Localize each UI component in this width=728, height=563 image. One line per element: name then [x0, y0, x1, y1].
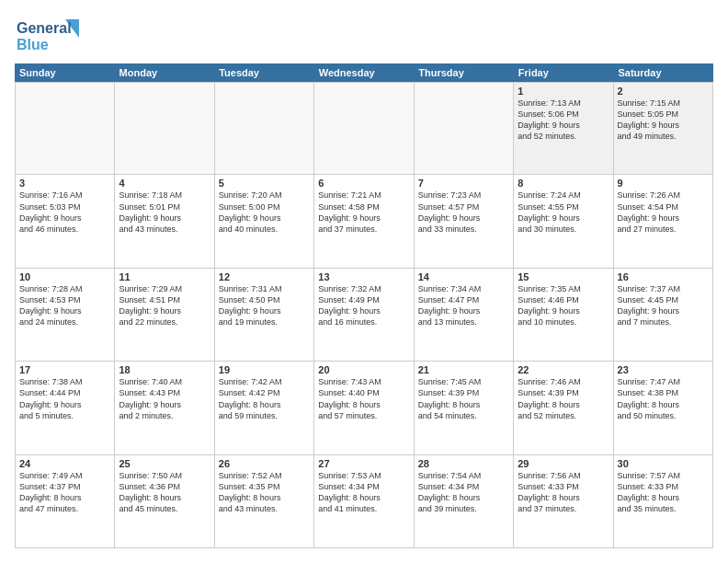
day-number: 21	[418, 364, 509, 375]
day-info: Sunrise: 7:42 AM Sunset: 4:42 PM Dayligh…	[219, 376, 310, 421]
day-info: Sunrise: 7:53 AM Sunset: 4:34 PM Dayligh…	[318, 470, 409, 515]
calendar-cell: 8Sunrise: 7:24 AM Sunset: 4:55 PM Daylig…	[514, 175, 613, 268]
weekday-header: Sunday	[15, 63, 115, 82]
day-number: 14	[418, 271, 509, 282]
day-info: Sunrise: 7:24 AM Sunset: 4:55 PM Dayligh…	[518, 190, 609, 235]
day-info: Sunrise: 7:28 AM Sunset: 4:53 PM Dayligh…	[19, 283, 110, 328]
day-number: 10	[19, 271, 110, 282]
svg-text:Blue: Blue	[17, 37, 49, 52]
calendar-cell	[314, 82, 414, 175]
calendar-cell: 30Sunrise: 7:57 AM Sunset: 4:33 PM Dayli…	[614, 455, 713, 548]
calendar-cell: 27Sunrise: 7:53 AM Sunset: 4:34 PM Dayli…	[314, 455, 414, 548]
calendar-cell: 4Sunrise: 7:18 AM Sunset: 5:01 PM Daylig…	[115, 175, 214, 268]
weekday-header: Thursday	[414, 63, 514, 82]
day-number: 2	[618, 86, 709, 97]
calendar-cell: 21Sunrise: 7:45 AM Sunset: 4:39 PM Dayli…	[415, 362, 514, 454]
calendar-cell: 22Sunrise: 7:46 AM Sunset: 4:39 PM Dayli…	[514, 362, 613, 454]
weekday-header: Tuesday	[214, 63, 314, 82]
calendar: SundayMondayTuesdayWednesdayThursdayFrid…	[15, 63, 713, 548]
day-info: Sunrise: 7:21 AM Sunset: 4:58 PM Dayligh…	[318, 190, 409, 235]
day-number: 26	[219, 458, 310, 469]
day-number: 1	[518, 86, 609, 97]
day-info: Sunrise: 7:47 AM Sunset: 4:38 PM Dayligh…	[618, 376, 709, 421]
calendar-row: 1Sunrise: 7:13 AM Sunset: 5:06 PM Daylig…	[15, 82, 713, 175]
day-number: 22	[518, 364, 609, 375]
calendar-cell	[415, 82, 514, 175]
calendar-cell: 25Sunrise: 7:50 AM Sunset: 4:36 PM Dayli…	[115, 455, 214, 548]
calendar-cell: 13Sunrise: 7:32 AM Sunset: 4:49 PM Dayli…	[314, 269, 414, 362]
day-number: 29	[518, 458, 609, 469]
day-number: 27	[318, 458, 409, 469]
day-number: 20	[318, 364, 409, 375]
calendar-cell: 7Sunrise: 7:23 AM Sunset: 4:57 PM Daylig…	[415, 175, 514, 268]
calendar-cell: 10Sunrise: 7:28 AM Sunset: 4:53 PM Dayli…	[16, 269, 115, 362]
day-number: 18	[119, 364, 210, 375]
day-info: Sunrise: 7:13 AM Sunset: 5:06 PM Dayligh…	[518, 98, 609, 143]
weekday-header: Saturday	[613, 63, 713, 82]
calendar-cell: 5Sunrise: 7:20 AM Sunset: 5:00 PM Daylig…	[215, 175, 314, 268]
day-info: Sunrise: 7:18 AM Sunset: 5:01 PM Dayligh…	[119, 190, 210, 235]
day-info: Sunrise: 7:29 AM Sunset: 4:51 PM Dayligh…	[119, 283, 210, 328]
calendar-cell: 17Sunrise: 7:38 AM Sunset: 4:44 PM Dayli…	[16, 362, 115, 454]
calendar-cell: 6Sunrise: 7:21 AM Sunset: 4:58 PM Daylig…	[314, 175, 414, 268]
svg-text:General: General	[17, 20, 72, 36]
page-header: GeneralBlue	[15, 15, 713, 56]
day-info: Sunrise: 7:54 AM Sunset: 4:34 PM Dayligh…	[418, 470, 509, 515]
day-number: 30	[618, 458, 709, 469]
day-number: 4	[119, 178, 210, 189]
day-info: Sunrise: 7:49 AM Sunset: 4:37 PM Dayligh…	[19, 470, 110, 515]
day-info: Sunrise: 7:32 AM Sunset: 4:49 PM Dayligh…	[318, 283, 409, 328]
day-number: 7	[418, 178, 509, 189]
weekday-header: Wednesday	[314, 63, 415, 82]
calendar-cell: 20Sunrise: 7:43 AM Sunset: 4:40 PM Dayli…	[314, 362, 414, 454]
day-number: 8	[518, 178, 609, 189]
day-info: Sunrise: 7:16 AM Sunset: 5:03 PM Dayligh…	[19, 190, 110, 235]
day-info: Sunrise: 7:26 AM Sunset: 4:54 PM Dayligh…	[618, 190, 709, 235]
day-number: 11	[119, 271, 210, 282]
day-info: Sunrise: 7:31 AM Sunset: 4:50 PM Dayligh…	[219, 283, 310, 328]
calendar-cell	[115, 82, 214, 175]
day-info: Sunrise: 7:20 AM Sunset: 5:00 PM Dayligh…	[219, 190, 310, 235]
calendar-cell: 3Sunrise: 7:16 AM Sunset: 5:03 PM Daylig…	[16, 175, 115, 268]
calendar-cell: 14Sunrise: 7:34 AM Sunset: 4:47 PM Dayli…	[415, 269, 514, 362]
calendar-cell: 2Sunrise: 7:15 AM Sunset: 5:05 PM Daylig…	[614, 82, 713, 175]
calendar-row: 3Sunrise: 7:16 AM Sunset: 5:03 PM Daylig…	[15, 175, 713, 268]
calendar-cell: 11Sunrise: 7:29 AM Sunset: 4:51 PM Dayli…	[115, 269, 214, 362]
day-number: 25	[119, 458, 210, 469]
calendar-cell: 23Sunrise: 7:47 AM Sunset: 4:38 PM Dayli…	[614, 362, 713, 454]
calendar-cell: 12Sunrise: 7:31 AM Sunset: 4:50 PM Dayli…	[215, 269, 314, 362]
calendar-row: 17Sunrise: 7:38 AM Sunset: 4:44 PM Dayli…	[15, 362, 713, 454]
calendar-cell	[16, 82, 115, 175]
day-number: 15	[518, 271, 609, 282]
calendar-cell: 19Sunrise: 7:42 AM Sunset: 4:42 PM Dayli…	[215, 362, 314, 454]
calendar-cell: 1Sunrise: 7:13 AM Sunset: 5:06 PM Daylig…	[514, 82, 613, 175]
calendar-cell: 16Sunrise: 7:37 AM Sunset: 4:45 PM Dayli…	[614, 269, 713, 362]
day-info: Sunrise: 7:34 AM Sunset: 4:47 PM Dayligh…	[418, 283, 509, 328]
day-number: 9	[618, 178, 709, 189]
day-number: 13	[318, 271, 409, 282]
day-info: Sunrise: 7:43 AM Sunset: 4:40 PM Dayligh…	[318, 376, 409, 421]
calendar-cell	[215, 82, 314, 175]
day-info: Sunrise: 7:45 AM Sunset: 4:39 PM Dayligh…	[418, 376, 509, 421]
calendar-header: SundayMondayTuesdayWednesdayThursdayFrid…	[15, 63, 713, 82]
day-number: 3	[19, 178, 110, 189]
calendar-cell: 9Sunrise: 7:26 AM Sunset: 4:54 PM Daylig…	[614, 175, 713, 268]
logo: GeneralBlue	[15, 15, 79, 56]
day-number: 19	[219, 364, 310, 375]
day-info: Sunrise: 7:52 AM Sunset: 4:35 PM Dayligh…	[219, 470, 310, 515]
logo-svg: GeneralBlue	[15, 15, 79, 56]
day-info: Sunrise: 7:56 AM Sunset: 4:33 PM Dayligh…	[518, 470, 609, 515]
calendar-cell: 26Sunrise: 7:52 AM Sunset: 4:35 PM Dayli…	[215, 455, 314, 548]
weekday-header: Monday	[115, 63, 215, 82]
calendar-cell: 28Sunrise: 7:54 AM Sunset: 4:34 PM Dayli…	[415, 455, 514, 548]
calendar-row: 10Sunrise: 7:28 AM Sunset: 4:53 PM Dayli…	[15, 269, 713, 362]
day-number: 5	[219, 178, 310, 189]
day-info: Sunrise: 7:50 AM Sunset: 4:36 PM Dayligh…	[119, 470, 210, 515]
day-number: 16	[618, 271, 709, 282]
calendar-row: 24Sunrise: 7:49 AM Sunset: 4:37 PM Dayli…	[15, 455, 713, 548]
day-number: 28	[418, 458, 509, 469]
day-info: Sunrise: 7:57 AM Sunset: 4:33 PM Dayligh…	[618, 470, 709, 515]
calendar-cell: 29Sunrise: 7:56 AM Sunset: 4:33 PM Dayli…	[514, 455, 613, 548]
day-info: Sunrise: 7:46 AM Sunset: 4:39 PM Dayligh…	[518, 376, 609, 421]
calendar-cell: 18Sunrise: 7:40 AM Sunset: 4:43 PM Dayli…	[115, 362, 214, 454]
